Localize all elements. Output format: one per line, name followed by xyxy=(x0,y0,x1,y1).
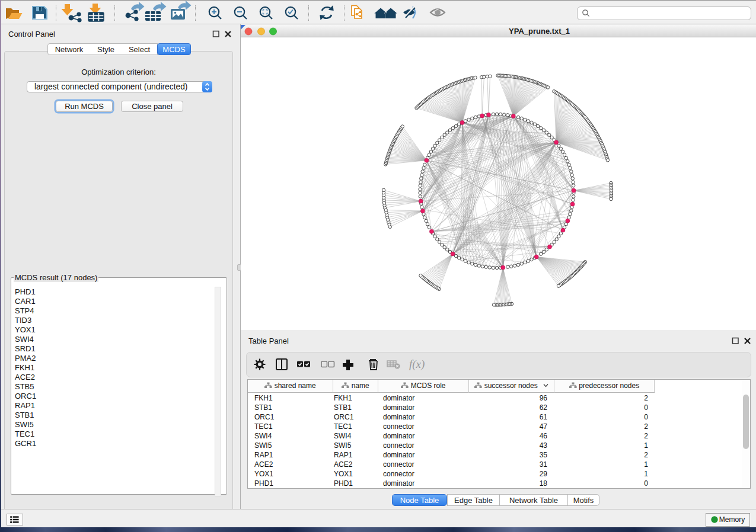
svg-text:f(x): f(x) xyxy=(409,358,425,371)
